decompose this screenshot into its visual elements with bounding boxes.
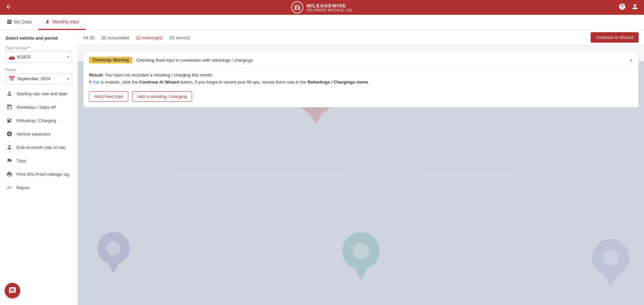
warning-panel: Checking: Warning Checking fixed trips i…	[83, 51, 639, 107]
warning-badge: Checking: Warning	[89, 57, 132, 63]
this-link[interactable]: this	[93, 80, 99, 85]
svg-marker-4	[308, 111, 323, 124]
sidebar-item-report[interactable]: Report	[0, 181, 78, 194]
header-right	[618, 3, 639, 12]
tab-my-data[interactable]: My Data	[0, 15, 38, 30]
sidebar-item-report-label: Report	[16, 185, 30, 190]
sidebar-item-vehicle-expenses-label: Vehicle expenses	[16, 132, 50, 137]
sidebar-item-refueling[interactable]: Refueling / Charging	[0, 114, 78, 127]
period-select[interactable]: 📅 September, 2024 ▾	[5, 73, 72, 84]
plate-label: Plate number *	[5, 46, 72, 50]
top-header: MILEAGEWISE IRS-PROOF MILEAGE LOG	[0, 0, 644, 15]
user-button[interactable]	[631, 3, 639, 12]
period-group: Period 📅 September, 2024 ▾	[0, 65, 78, 87]
sidebar-item-refueling-label: Refueling / Charging	[16, 118, 56, 123]
result-prefix: Result: You have not recorded a refuelin…	[89, 72, 213, 78]
tab-bar: My Data Monthly trips	[0, 15, 644, 30]
svg-point-9	[353, 243, 369, 259]
map-pin-teal	[339, 230, 383, 285]
header-left	[5, 3, 15, 12]
map-pin-purple	[589, 237, 633, 292]
logo-area: MILEAGEWISE IRS-PROOF MILEAGE LOG	[291, 1, 353, 13]
warning-actions: Add Fixed trips Add a refueling / chargi…	[89, 91, 633, 102]
chat-button[interactable]	[5, 283, 20, 298]
add-refueling-button[interactable]: Add a refueling / charging	[132, 91, 192, 102]
sidebar-item-end-of-month[interactable]: End-of-month mile of odo	[0, 141, 78, 154]
main-layout: Select vehicle and period Plate number *…	[0, 30, 644, 305]
period-value: September, 2024	[17, 76, 67, 81]
svg-marker-10	[353, 265, 369, 280]
chevron-down-icon: ▾	[67, 55, 69, 59]
plate-required: *	[29, 46, 30, 50]
tab-all[interactable]: All (9)	[83, 34, 95, 42]
svg-point-12	[603, 249, 619, 266]
logo-text: MILEAGEWISE IRS-PROOF MILEAGE LOG	[307, 3, 353, 12]
continue-wizard-button[interactable]: Continue AI Wizard	[591, 32, 639, 43]
sidebar-item-workdays[interactable]: Workdays / Days-off	[0, 100, 78, 114]
content-tabs: All (9) (8) succeeded (1) warning(s) (0)…	[78, 30, 644, 46]
plate-select[interactable]: 🚗 KG8J3 ▾	[5, 51, 72, 62]
tab-warnings[interactable]: (1) warning(s)	[136, 34, 163, 42]
period-label: Period	[5, 68, 72, 72]
sidebar-item-starting-odo-label: Starting odo mile and date	[16, 91, 67, 96]
tab-my-data-label: My Data	[14, 19, 32, 24]
warning-divider	[89, 67, 633, 68]
tab-monthly-trips[interactable]: Monthly trips	[38, 15, 86, 30]
plate-number-group: Plate number * 🚗 KG8J3 ▾	[0, 43, 78, 65]
sidebar-item-trips[interactable]: Trips	[0, 154, 78, 167]
svg-marker-7	[106, 261, 121, 274]
sidebar-item-trips-label: Trips	[16, 158, 26, 163]
warning-header: Checking: Warning Checking fixed trips i…	[89, 57, 633, 63]
svg-marker-13	[603, 272, 619, 287]
map-pin-blue	[95, 230, 132, 278]
warning-title: Checking fixed trips in connection with …	[136, 58, 253, 63]
collapse-button[interactable]: ∧	[629, 57, 633, 63]
brand-sub: IRS-PROOF MILEAGE LOG	[307, 8, 353, 12]
sidebar: Select vehicle and period Plate number *…	[0, 30, 78, 305]
tab-errors[interactable]: (0) error(s)	[170, 34, 190, 42]
sidebar-item-print[interactable]: Print IRS-Proof mileage log	[0, 167, 78, 181]
sidebar-item-vehicle-expenses[interactable]: Vehicle expenses	[0, 127, 78, 141]
sidebar-item-print-label: Print IRS-Proof mileage log	[16, 172, 70, 177]
plate-value: KG8J3	[17, 54, 67, 59]
tab-monthly-trips-label: Monthly trips	[52, 19, 79, 24]
warning-result: Result: You have not recorded a refuelin…	[89, 72, 633, 86]
add-fixed-trips-button[interactable]: Add Fixed trips	[89, 91, 128, 102]
sidebar-item-starting-odo[interactable]: Starting odo mile and date	[0, 87, 78, 100]
sidebar-item-workdays-label: Workdays / Days-off	[16, 105, 56, 110]
logo-icon	[291, 1, 303, 13]
period-chevron-icon: ▾	[67, 77, 69, 81]
content-area: All (9) (8) succeeded (1) warning(s) (0)…	[78, 30, 644, 305]
brand-name: MILEAGEWISE	[307, 3, 353, 8]
sidebar-section-title: Select vehicle and period	[0, 30, 78, 43]
back-button[interactable]	[5, 3, 12, 12]
help-button[interactable]	[618, 3, 626, 12]
svg-point-6	[106, 241, 121, 255]
svg-point-1	[298, 8, 299, 9]
sidebar-item-end-of-month-label: End-of-month mile of odo	[16, 145, 65, 150]
tab-succeeded[interactable]: (8) succeeded	[101, 34, 129, 42]
result-line2: If this is realistic, click the Continue…	[89, 80, 369, 85]
svg-point-0	[295, 8, 296, 9]
